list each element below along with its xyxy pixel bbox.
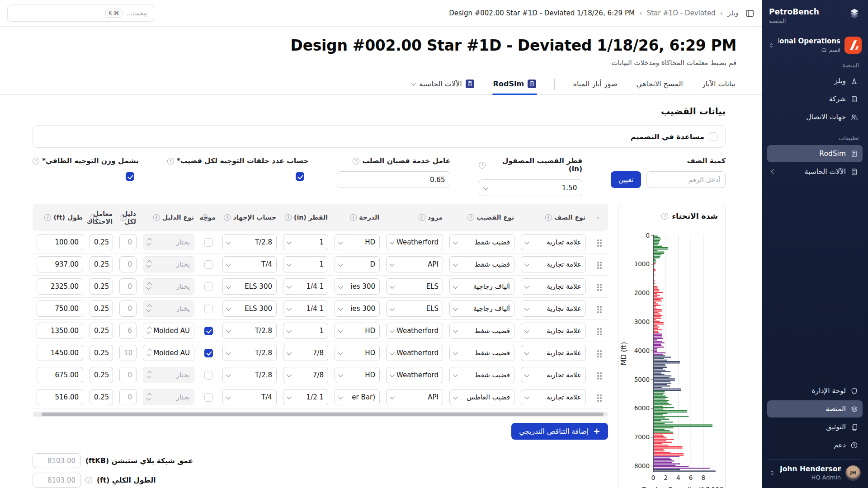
stress-calc-select[interactable]: ELS 300 [222,278,277,295]
length-input[interactable] [37,256,83,272]
tab-الآلات-الحاسبة[interactable]: الآلات الحاسبة [411,74,475,94]
guides-per-input[interactable] [119,278,137,295]
guides-per-input[interactable] [119,300,137,317]
vendor-select[interactable]: Weatherford [386,234,443,250]
tab-rodsim[interactable]: RodSim [492,74,537,94]
guides-per-input[interactable] [119,367,137,383]
diameter-select[interactable]: 1/2 1 [283,389,328,405]
info-icon[interactable]: i [350,214,357,221]
friction-input[interactable] [90,278,113,295]
row-type-select[interactable]: علامة تجارية [521,367,586,383]
guides-per-input[interactable] [119,256,137,272]
bottom-field-input[interactable] [33,453,81,468]
float-weight-checkbox[interactable] [126,172,134,181]
guided-checkbox[interactable] [204,327,213,335]
rod-type-select[interactable]: قضيب شفط [449,345,514,361]
sidebar-footer-item-المنصة[interactable]: المنصة [767,400,863,418]
diameter-select[interactable]: 1/4 1 [283,278,328,295]
friction-input[interactable] [90,234,113,250]
sidebar-footer-item-دعم[interactable]: دعم [767,436,863,454]
set-button[interactable]: تعيين [611,171,641,188]
add-taper-button[interactable]: + إضافة التناقص التدريجي [511,423,608,440]
guided-checkbox[interactable] [204,305,213,313]
row-type-select[interactable]: علامة تجارية [521,345,586,361]
diameter-select[interactable]: 7/8 [283,345,328,361]
length-input[interactable] [37,300,83,317]
guides-per-input[interactable] [119,234,137,250]
info-icon[interactable]: i [353,158,359,164]
vendor-select[interactable]: API [386,256,443,272]
vendor-select[interactable]: API [386,389,443,405]
sidebar-footer-item-لوحة-الإدارة[interactable]: لوحة الإدارة [767,382,863,399]
diameter-select[interactable]: 1 [283,323,328,339]
length-input[interactable] [37,234,83,250]
stress-calc-select[interactable]: T/2.8 [222,234,277,250]
diameter-select[interactable]: 1/4 1 [283,300,328,317]
stress-calc-select[interactable]: ELS 300 [222,300,277,317]
bottom-field-input[interactable] [33,473,81,488]
vendor-select[interactable]: ELS [386,300,443,317]
breadcrumb-item[interactable]: ويلز [727,9,739,17]
rod-type-select[interactable]: قضيب شفط [449,234,514,250]
friction-input[interactable] [90,300,113,317]
info-icon[interactable]: i [419,214,425,221]
info-icon[interactable]: i [545,214,552,221]
info-icon[interactable]: i [33,158,39,164]
grade-select[interactable]: D [335,256,380,272]
guided-checkbox[interactable] [204,260,213,269]
length-input[interactable] [37,389,83,405]
guided-checkbox[interactable] [204,349,213,357]
vendor-select[interactable]: Weatherford [386,367,443,383]
guided-checkbox[interactable] [204,282,213,291]
diameter-select[interactable]: 1 [283,256,328,272]
guides-per-input[interactable] [119,389,137,405]
guide-type-select[interactable]: يختار [143,300,194,317]
info-icon[interactable]: i [224,214,231,221]
search-input[interactable]: يبحث... ⌘ K [7,5,154,22]
rod-type-select[interactable]: قضيب شفط [449,256,514,272]
info-icon[interactable]: i [661,213,668,220]
stress-calc-select[interactable]: T/2.8 [222,367,277,383]
row-quantity-input[interactable] [646,171,726,188]
friction-input[interactable] [90,389,113,405]
guide-type-select[interactable]: يختار [143,278,194,295]
grade-select[interactable]: HD [335,345,380,361]
design-assist-checkbox[interactable] [709,132,717,141]
grade-select[interactable]: ies 300 [335,278,380,295]
sidebar-app-RodSim[interactable]: RodSim [767,145,863,162]
rod-type-select[interactable]: قضيب الغاطس [449,389,514,405]
friction-input[interactable] [90,256,113,272]
rod-type-select[interactable]: قضيب شفط [449,367,514,383]
vendor-select[interactable]: Weatherford [386,345,443,361]
info-icon[interactable]: i [120,214,127,221]
info-icon[interactable]: i [167,158,174,164]
info-icon[interactable]: i [90,214,97,221]
user-menu[interactable]: JH John Henderson HQ Admin [767,460,863,481]
row-type-select[interactable]: علامة تجارية [521,300,586,317]
grade-select[interactable]: er Bar) [335,389,380,405]
info-icon[interactable]: i [479,162,486,169]
org-switcher[interactable]: International Operations قسم [767,37,863,54]
friction-input[interactable] [90,367,113,383]
guides-per-input[interactable] [119,345,137,361]
polished-rod-select[interactable]: 1.50 [479,179,582,196]
sidebar-item-شركة[interactable]: شركة [767,90,863,108]
row-type-select[interactable]: علامة تجارية [521,278,586,295]
row-type-select[interactable]: علامة تجارية [521,389,586,405]
grade-select[interactable]: HD [335,323,380,339]
guides-per-input[interactable] [119,323,137,339]
stress-calc-select[interactable]: T/4 [222,256,277,272]
service-factor-input[interactable] [337,171,450,188]
tab-المسح-الاتجاهي[interactable]: المسح الاتجاهي [635,74,684,94]
grade-select[interactable]: ies 300 [335,300,380,317]
guide-type-select[interactable]: يختار [143,389,194,405]
info-icon[interactable]: i [44,214,51,221]
friction-input[interactable] [90,323,113,339]
rod-type-select[interactable]: ألياف زجاجية [449,278,514,295]
row-type-select[interactable]: علامة تجارية [521,234,586,250]
info-icon[interactable]: i [85,477,92,483]
vendor-select[interactable]: Weatherford [386,323,443,339]
tab-بيانات-الآبار[interactable]: بيانات الآبار [701,74,736,94]
guide-type-select[interactable]: Molded AU [143,345,194,361]
length-input[interactable] [37,367,83,383]
